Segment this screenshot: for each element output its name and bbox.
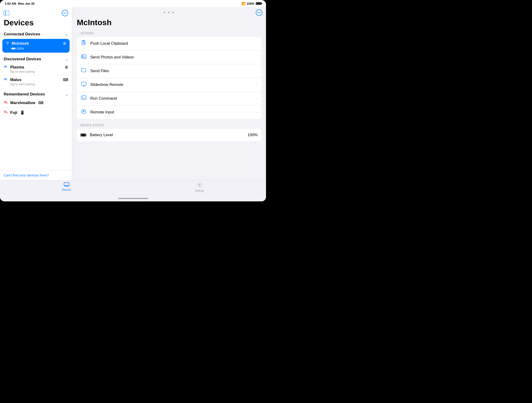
battery-level-item: Battery Level 100% (77, 129, 261, 141)
svg-line-7 (4, 111, 8, 114)
sidebar: ••• Devices Connected Devices ⌄ (0, 7, 72, 180)
slideshow-label: Slideshow Remote (90, 83, 253, 87)
main-more-button[interactable]: ••• (256, 9, 262, 16)
main-device-title: McIntosh (77, 18, 261, 27)
actions-label: ACTIONS (77, 32, 261, 37)
connected-devices-section-header[interactable]: Connected Devices ⌄ (0, 30, 72, 38)
send-files-icon (81, 68, 87, 75)
sidebar-content: Connected Devices ⌄ McIntosh (0, 30, 72, 170)
remembered-device-marshmallow[interactable]: Marshmallow ⌨ (0, 98, 72, 108)
tab-bar: Devices Settings (0, 180, 266, 197)
run-command-label: Run Command (90, 96, 253, 101)
marshmallow-type-icon: ⌨ (38, 101, 44, 105)
tab-settings[interactable]: Settings (133, 182, 266, 192)
malus-top: Malus ⌨ (4, 77, 68, 82)
wifi-icon: 📶 (241, 2, 245, 5)
action-remote-input[interactable]: Remote Input › (77, 105, 261, 119)
main-content: • • • ••• McIntosh ACTIONS (72, 7, 266, 180)
plasma-top: Plasma 🖥 (4, 65, 68, 70)
sidebar-title: Devices (0, 18, 72, 30)
sidebar-more-button[interactable]: ••• (62, 10, 68, 16)
home-bar (118, 198, 148, 199)
svg-point-2 (4, 66, 6, 67)
battery-level-value: 100% (248, 133, 258, 137)
svg-point-17 (83, 111, 84, 112)
remembered-device-fuji[interactable]: Fuji 📱 (0, 108, 72, 117)
device-status-label: DEVICE STATUS (77, 124, 261, 129)
status-time: 1:02 AM (5, 2, 16, 5)
discovered-devices-chevron: ⌄ (65, 57, 68, 61)
run-command-chevron: › (256, 96, 258, 101)
main-three-dots: • • • (164, 10, 175, 15)
malus-name: Malus (10, 77, 61, 82)
tab-devices-icon (64, 182, 69, 188)
cant-find-link[interactable]: Can't find your devices here? (4, 173, 49, 177)
remembered-devices-label: Remembered Devices (4, 92, 45, 97)
malus-pair-icon (4, 77, 8, 82)
discovered-device-malus[interactable]: Malus ⌨ Tap to start pairing (0, 75, 72, 88)
discovered-devices-section-header[interactable]: Discovered Devices ⌄ (0, 55, 72, 63)
connected-devices-chevron: ⌄ (65, 32, 68, 37)
send-photos-icon (81, 54, 87, 61)
tab-settings-label: Settings (195, 189, 204, 192)
discovered-device-plasma[interactable]: Plasma 🖥 Tap to start pairing (0, 63, 72, 75)
push-clipboard-label: Push Local Clipboard (90, 41, 258, 46)
slideshow-chevron: › (256, 83, 258, 87)
action-send-files[interactable]: Send Files (77, 64, 261, 78)
action-push-clipboard[interactable]: Push Local Clipboard (77, 37, 261, 50)
svg-rect-20 (86, 134, 86, 136)
fuji-name: Fuji (10, 110, 17, 115)
svg-point-25 (199, 184, 200, 186)
mcintosh-wifi-icon (6, 41, 10, 46)
status-bar: 1:02 AM Mon Jan 30 📶 100% (0, 0, 266, 7)
plasma-pair-icon (4, 65, 8, 70)
action-run-command[interactable]: Run Command › (77, 91, 261, 105)
svg-rect-19 (81, 134, 85, 136)
plasma-name: Plasma (10, 65, 63, 70)
fuji-nowifi-icon (4, 110, 8, 115)
tab-settings-icon (197, 182, 202, 189)
action-send-photos[interactable]: Send Photos and Videos (77, 50, 261, 64)
svg-rect-12 (82, 82, 86, 85)
tab-devices[interactable]: Devices (0, 182, 133, 191)
send-files-label: Send Files (90, 69, 258, 73)
main-top-bar: • • • ••• (72, 7, 266, 18)
sidebar-toggle-button[interactable] (4, 11, 9, 15)
remembered-devices-chevron: ⌄ (65, 92, 68, 97)
home-indicator (0, 197, 266, 201)
mcintosh-battery-fill (12, 48, 15, 49)
remote-input-label: Remote Input (90, 110, 253, 115)
status-right: 📶 100% (241, 2, 261, 5)
svg-rect-10 (82, 55, 86, 58)
battery-fill (256, 3, 261, 4)
svg-point-11 (82, 55, 83, 56)
status-list: Battery Level 100% (77, 129, 261, 141)
discovered-devices-label: Discovered Devices (4, 57, 41, 61)
marshmallow-name: Marshmallow (10, 101, 35, 105)
mcintosh-name: McIntosh (12, 41, 61, 46)
push-clipboard-icon (81, 40, 87, 47)
slideshow-icon (81, 81, 87, 88)
connected-devices-label: Connected Devices (4, 32, 40, 37)
run-command-icon (81, 95, 87, 102)
tab-devices-label: Devices (62, 188, 71, 191)
mcintosh-type-icon: 🖥 (63, 41, 66, 46)
send-photos-label: Send Photos and Videos (90, 55, 258, 60)
mcintosh-battery-pct: 100% (16, 47, 24, 50)
connected-device-mcintosh[interactable]: McIntosh 🖥 100% (2, 39, 70, 53)
app-container: ••• Devices Connected Devices ⌄ (0, 7, 266, 201)
battery-icon (256, 2, 261, 5)
remembered-devices-section-header[interactable]: Remembered Devices ⌄ (0, 90, 72, 98)
sidebar-more-dots: ••• (63, 11, 67, 15)
action-slideshow-remote[interactable]: Slideshow Remote › (77, 78, 261, 91)
svg-rect-15 (82, 96, 86, 99)
sidebar-footer: Can't find your devices here? (0, 170, 72, 180)
svg-rect-21 (64, 183, 69, 186)
svg-line-5 (4, 101, 8, 104)
remote-input-icon (81, 109, 87, 116)
marshmallow-nowifi-icon (4, 100, 8, 105)
mcintosh-battery-row: 100% (6, 47, 66, 50)
battery-percentage: 100% (247, 2, 254, 5)
main-more-dots: ••• (257, 11, 261, 14)
remote-input-chevron: › (256, 110, 258, 114)
